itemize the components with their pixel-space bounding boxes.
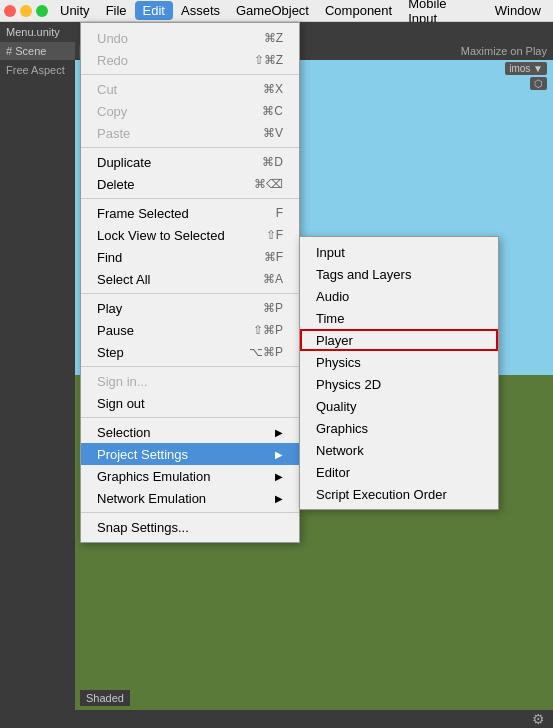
menu-step[interactable]: Step ⌥⌘P — [81, 341, 299, 363]
menu-selection-label: Selection — [97, 425, 275, 440]
separator-5 — [81, 366, 299, 367]
submenu-tags-layers[interactable]: Tags and Layers — [300, 263, 498, 285]
aspect-label: Free Aspect — [6, 64, 69, 76]
menu-select-all[interactable]: Select All ⌘A — [81, 268, 299, 290]
close-button[interactable] — [4, 5, 16, 17]
edit-menu: Undo ⌘Z Redo ⇧⌘Z Cut ⌘X Copy ⌘C Paste ⌘V… — [80, 22, 300, 543]
menu-delete-label: Delete — [97, 177, 254, 192]
menu-pause-shortcut: ⇧⌘P — [253, 323, 283, 337]
menu-undo-shortcut: ⌘Z — [264, 31, 283, 45]
menu-sign-in[interactable]: Sign in... — [81, 370, 299, 392]
menu-copy-label: Copy — [97, 104, 262, 119]
network-emulation-arrow-icon: ▶ — [275, 493, 283, 504]
indicator-1[interactable]: imos ▼ — [505, 62, 547, 75]
menu-file[interactable]: File — [98, 1, 135, 20]
right-indicators: imos ▼ ⬡ — [505, 62, 547, 90]
menu-selection[interactable]: Selection ▶ — [81, 421, 299, 443]
menu-assets[interactable]: Assets — [173, 1, 228, 20]
menu-pause-label: Pause — [97, 323, 253, 338]
submenu-script-exec-order[interactable]: Script Execution Order — [300, 483, 498, 505]
menu-copy[interactable]: Copy ⌘C — [81, 100, 299, 122]
scene-filename: Menu.unity — [6, 26, 60, 38]
minimize-button[interactable] — [20, 5, 32, 17]
menu-duplicate[interactable]: Duplicate ⌘D — [81, 151, 299, 173]
submenu-quality[interactable]: Quality — [300, 395, 498, 417]
menu-project-settings[interactable]: Project Settings ▶ — [81, 443, 299, 465]
menu-component[interactable]: Component — [317, 1, 400, 20]
separator-3 — [81, 198, 299, 199]
menu-delete[interactable]: Delete ⌘⌫ — [81, 173, 299, 195]
menu-snap-settings-label: Snap Settings... — [97, 520, 283, 535]
indicator-2[interactable]: ⬡ — [530, 77, 547, 90]
menu-paste-label: Paste — [97, 126, 263, 141]
menu-frame-selected[interactable]: Frame Selected F — [81, 202, 299, 224]
graphics-emulation-arrow-icon: ▶ — [275, 471, 283, 482]
menu-cut-label: Cut — [97, 82, 263, 97]
menu-undo[interactable]: Undo ⌘Z — [81, 27, 299, 49]
menu-lock-view-shortcut: ⇧F — [266, 228, 283, 242]
menu-step-shortcut: ⌥⌘P — [249, 345, 283, 359]
menu-duplicate-shortcut: ⌘D — [262, 155, 283, 169]
menu-snap-settings[interactable]: Snap Settings... — [81, 516, 299, 538]
submenu-physics-2d[interactable]: Physics 2D — [300, 373, 498, 395]
separator-6 — [81, 417, 299, 418]
menu-sign-out[interactable]: Sign out — [81, 392, 299, 414]
menu-sign-out-label: Sign out — [97, 396, 283, 411]
project-settings-arrow-icon: ▶ — [275, 449, 283, 460]
left-panel-content: Free Aspect — [0, 60, 75, 80]
submenu-editor[interactable]: Editor — [300, 461, 498, 483]
separator-2 — [81, 147, 299, 148]
maximize-button[interactable] — [36, 5, 48, 17]
left-panel: # Scene Free Aspect — [0, 42, 75, 728]
submenu-player[interactable]: Player — [300, 329, 498, 351]
submenu-physics[interactable]: Physics — [300, 351, 498, 373]
settings-icon[interactable]: ⚙ — [532, 711, 545, 727]
submenu-input[interactable]: Input — [300, 241, 498, 263]
menu-cut[interactable]: Cut ⌘X — [81, 78, 299, 100]
menu-unity[interactable]: Unity — [52, 1, 98, 20]
menu-play-shortcut: ⌘P — [263, 301, 283, 315]
separator-1 — [81, 74, 299, 75]
maximize-label: Maximize on Play — [461, 45, 547, 57]
edit-menu-dropdown: Undo ⌘Z Redo ⇧⌘Z Cut ⌘X Copy ⌘C Paste ⌘V… — [80, 22, 300, 543]
menu-network-emulation[interactable]: Network Emulation ▶ — [81, 487, 299, 509]
selection-arrow-icon: ▶ — [275, 427, 283, 438]
menu-cut-shortcut: ⌘X — [263, 82, 283, 96]
bottom-bar: ⚙ — [0, 710, 553, 728]
submenu-time[interactable]: Time — [300, 307, 498, 329]
menu-redo-label: Redo — [97, 53, 254, 68]
menu-graphics-emulation-label: Graphics Emulation — [97, 469, 275, 484]
menu-play-label: Play — [97, 301, 263, 316]
menu-redo[interactable]: Redo ⇧⌘Z — [81, 49, 299, 71]
menu-pause[interactable]: Pause ⇧⌘P — [81, 319, 299, 341]
project-settings-submenu: Input Tags and Layers Audio Time Player … — [299, 236, 499, 510]
menu-play[interactable]: Play ⌘P — [81, 297, 299, 319]
menu-lock-view-label: Lock View to Selected — [97, 228, 266, 243]
menu-redo-shortcut: ⇧⌘Z — [254, 53, 283, 67]
shaded-label: Shaded — [80, 690, 130, 706]
menu-window[interactable]: Window — [487, 1, 549, 20]
menu-network-emulation-label: Network Emulation — [97, 491, 275, 506]
menu-select-all-label: Select All — [97, 272, 263, 287]
menu-copy-shortcut: ⌘C — [262, 104, 283, 118]
left-panel-tab-label: # Scene — [6, 45, 46, 57]
left-panel-tab[interactable]: # Scene — [0, 42, 75, 60]
menu-paste[interactable]: Paste ⌘V — [81, 122, 299, 144]
menu-duplicate-label: Duplicate — [97, 155, 262, 170]
menu-graphics-emulation[interactable]: Graphics Emulation ▶ — [81, 465, 299, 487]
menu-frame-selected-label: Frame Selected — [97, 206, 276, 221]
menu-delete-shortcut: ⌘⌫ — [254, 177, 283, 191]
menu-gameobject[interactable]: GameObject — [228, 1, 317, 20]
submenu-graphics[interactable]: Graphics — [300, 417, 498, 439]
menu-undo-label: Undo — [97, 31, 264, 46]
menu-find-label: Find — [97, 250, 264, 265]
menu-edit[interactable]: Edit — [135, 1, 173, 20]
menubar: Unity File Edit Assets GameObject Compon… — [0, 0, 553, 22]
submenu-network[interactable]: Network — [300, 439, 498, 461]
submenu-audio[interactable]: Audio — [300, 285, 498, 307]
traffic-lights — [4, 5, 48, 17]
menu-lock-view[interactable]: Lock View to Selected ⇧F — [81, 224, 299, 246]
menu-select-all-shortcut: ⌘A — [263, 272, 283, 286]
menu-find[interactable]: Find ⌘F — [81, 246, 299, 268]
separator-7 — [81, 512, 299, 513]
